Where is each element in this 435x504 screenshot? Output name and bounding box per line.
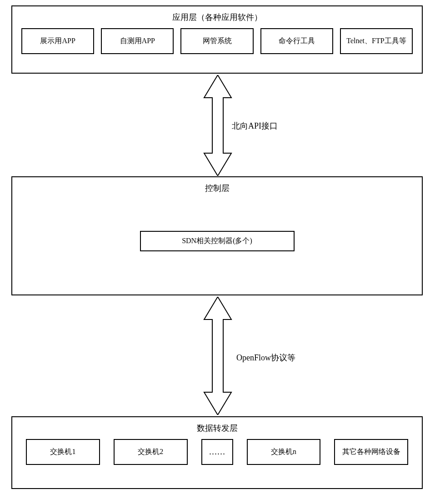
application-layer-box: 应用层（各种应用软件） 展示用APP 自测用APP 网管系统 命令行工具 Tel… xyxy=(11,5,423,74)
data-layer-box: 数据转发层 交换机1 交换机2 …… 交换机n 其它各种网络设备 xyxy=(11,416,423,489)
switch-1-box: 交换机1 xyxy=(26,439,100,465)
switch-2-box: 交换机2 xyxy=(114,439,188,465)
control-layer-box: 控制层 SDN相关控制器(多个) xyxy=(11,176,423,295)
app-box-telnet-ftp: Telnet、FTP工具等 xyxy=(340,28,413,54)
control-inner-wrap: SDN相关控制器(多个) xyxy=(12,199,422,251)
data-layer-items: 交换机1 交换机2 …… 交换机n 其它各种网络设备 xyxy=(12,439,422,474)
northbound-label: 北向API接口 xyxy=(232,121,278,130)
ellipsis-box: …… xyxy=(201,439,233,465)
sdn-controller-box: SDN相关控制器(多个) xyxy=(140,231,295,251)
data-layer-title: 数据转发层 xyxy=(12,417,422,439)
southbound-arrow-container xyxy=(200,297,236,417)
double-arrow-icon xyxy=(200,297,236,415)
application-layer-title: 应用层（各种应用软件） xyxy=(12,6,422,28)
northbound-label-container: 北向API接口 xyxy=(232,120,278,131)
app-box-nms: 网管系统 xyxy=(180,28,253,54)
svg-marker-1 xyxy=(204,297,231,415)
app-box-selftest: 自测用APP xyxy=(101,28,174,54)
southbound-label: OpenFlow协议等 xyxy=(236,353,295,362)
app-box-cli: 命令行工具 xyxy=(260,28,333,54)
switch-n-box: 交换机n xyxy=(247,439,321,465)
northbound-arrow-container xyxy=(200,75,236,178)
control-layer-title: 控制层 xyxy=(12,177,422,199)
southbound-label-container: OpenFlow协议等 xyxy=(236,352,295,363)
double-arrow-icon xyxy=(200,75,236,176)
app-box-display: 展示用APP xyxy=(21,28,94,54)
application-layer-items: 展示用APP 自测用APP 网管系统 命令行工具 Telnet、FTP工具等 xyxy=(12,28,422,63)
svg-marker-0 xyxy=(204,75,231,176)
other-devices-box: 其它各种网络设备 xyxy=(334,439,408,465)
